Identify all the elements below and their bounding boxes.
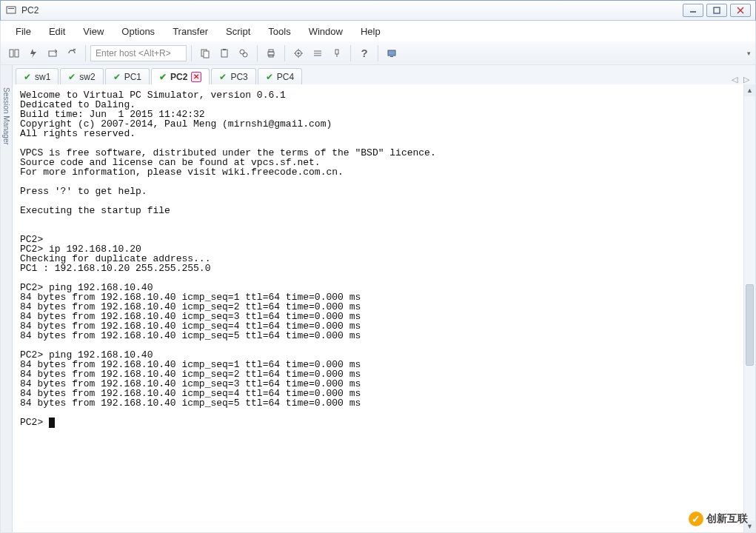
svg-rect-1 xyxy=(8,8,14,9)
svg-rect-6 xyxy=(10,50,13,57)
menu-bar: File Edit View Options Transfer Script T… xyxy=(0,21,756,41)
app-icon xyxy=(5,4,17,16)
menu-options[interactable]: Options xyxy=(114,23,162,40)
check-icon: ✔ xyxy=(68,72,76,82)
toggle-icon[interactable] xyxy=(328,44,346,62)
tab-label: PC1 xyxy=(124,72,141,82)
tab-pc2[interactable]: ✔PC2✕ xyxy=(151,68,210,84)
toolbar-separator xyxy=(191,45,192,61)
reconnect-icon[interactable] xyxy=(44,44,61,62)
watermark-logo-icon: ✓ xyxy=(689,512,703,526)
terminal-output: Welcome to Virtual PC Simulator, version… xyxy=(20,90,436,428)
session-options-icon[interactable] xyxy=(309,44,327,62)
scroll-up-icon[interactable]: ▲ xyxy=(744,84,755,96)
menu-tools[interactable]: Tools xyxy=(261,23,298,40)
svg-rect-3 xyxy=(714,7,720,13)
tabs-container: ✔sw1 ✔sw2 ✔PC1 ✔PC2✕ ✔PC3 ✔PC4 ◁ ▷ xyxy=(13,65,755,84)
terminal-wrap: Welcome to Virtual PC Simulator, version… xyxy=(13,84,755,532)
svg-rect-31 xyxy=(390,56,393,57)
window-title: PC2 xyxy=(21,5,683,16)
menu-help[interactable]: Help xyxy=(353,23,388,40)
svg-rect-17 xyxy=(269,50,273,52)
close-button[interactable] xyxy=(730,4,751,17)
paste-icon[interactable] xyxy=(215,44,233,62)
tab-label: sw2 xyxy=(79,72,95,82)
scroll-thumb[interactable] xyxy=(746,284,754,366)
minimize-button[interactable] xyxy=(683,4,703,17)
svg-rect-10 xyxy=(204,51,209,58)
screen-icon[interactable] xyxy=(383,44,401,62)
svg-point-20 xyxy=(298,52,300,54)
copy-icon[interactable] xyxy=(196,44,214,62)
tab-close-icon[interactable]: ✕ xyxy=(191,72,201,82)
session-manager-icon[interactable] xyxy=(5,44,23,62)
tab-pc3[interactable]: ✔PC3 xyxy=(211,68,255,84)
toolbar-separator xyxy=(350,45,351,61)
svg-rect-11 xyxy=(221,50,227,57)
tab-scroll-right-icon[interactable]: ▷ xyxy=(743,75,749,84)
disconnect-icon[interactable] xyxy=(63,44,81,62)
svg-rect-7 xyxy=(15,50,19,57)
toolbar-separator xyxy=(257,45,258,61)
watermark: ✓ 创新互联 xyxy=(689,512,748,526)
tab-label: sw1 xyxy=(35,72,50,82)
tab-strip: ✔sw1 ✔sw2 ✔PC1 ✔PC2✕ ✔PC3 ✔PC4 ◁ ▷ xyxy=(0,65,756,84)
check-icon: ✔ xyxy=(24,72,31,82)
tab-sw2[interactable]: ✔sw2 xyxy=(60,68,103,84)
toolbar: Enter host <Alt+R> ? ▾ xyxy=(0,41,756,65)
menu-view[interactable]: View xyxy=(76,23,111,40)
quick-connect-icon[interactable] xyxy=(24,44,42,62)
svg-rect-30 xyxy=(388,50,395,56)
options-icon[interactable] xyxy=(290,44,307,62)
svg-rect-0 xyxy=(7,7,16,13)
find-icon[interactable] xyxy=(235,44,252,62)
tab-sw1[interactable]: ✔sw1 xyxy=(16,68,58,84)
check-icon: ✔ xyxy=(159,72,167,82)
host-input[interactable]: Enter host <Alt+R> xyxy=(90,45,187,61)
watermark-text: 创新互联 xyxy=(706,512,748,526)
vertical-scrollbar[interactable]: ▲ ▼ xyxy=(743,84,755,532)
svg-rect-28 xyxy=(335,50,338,54)
menu-window[interactable]: Window xyxy=(301,23,350,40)
svg-rect-8 xyxy=(49,51,56,56)
svg-point-14 xyxy=(243,53,247,57)
session-manager-gutter[interactable]: Session Manager xyxy=(1,84,13,532)
cursor xyxy=(49,418,55,428)
menu-script[interactable]: Script xyxy=(218,23,258,40)
tab-label: PC3 xyxy=(230,72,247,82)
window-titlebar: PC2 xyxy=(0,0,756,21)
menu-file[interactable]: File xyxy=(8,23,39,40)
host-placeholder: Enter host <Alt+R> xyxy=(96,48,171,58)
menu-transfer[interactable]: Transfer xyxy=(165,23,215,40)
menu-edit[interactable]: Edit xyxy=(41,23,73,40)
check-icon: ✔ xyxy=(266,72,273,82)
body-area: Session Manager Welcome to Virtual PC Si… xyxy=(0,84,756,533)
tab-label: PC2 xyxy=(170,72,187,82)
print-icon[interactable] xyxy=(262,44,280,62)
toolbar-overflow-icon[interactable]: ▾ xyxy=(747,50,751,57)
toolbar-separator xyxy=(85,45,86,61)
left-gutter xyxy=(1,65,13,84)
toolbar-separator xyxy=(378,45,378,61)
toolbar-separator xyxy=(284,45,285,61)
tab-label: PC4 xyxy=(277,72,294,82)
tab-pc4[interactable]: ✔PC4 xyxy=(258,68,302,84)
tab-scroll-left-icon[interactable]: ◁ xyxy=(732,75,737,84)
check-icon: ✔ xyxy=(113,72,121,82)
terminal[interactable]: Welcome to Virtual PC Simulator, version… xyxy=(13,84,743,532)
help-icon[interactable]: ? xyxy=(355,44,373,62)
svg-rect-12 xyxy=(223,49,226,50)
svg-line-15 xyxy=(244,53,244,54)
tab-pc1[interactable]: ✔PC1 xyxy=(105,68,150,84)
maximize-button[interactable] xyxy=(706,4,727,17)
check-icon: ✔ xyxy=(219,72,227,82)
